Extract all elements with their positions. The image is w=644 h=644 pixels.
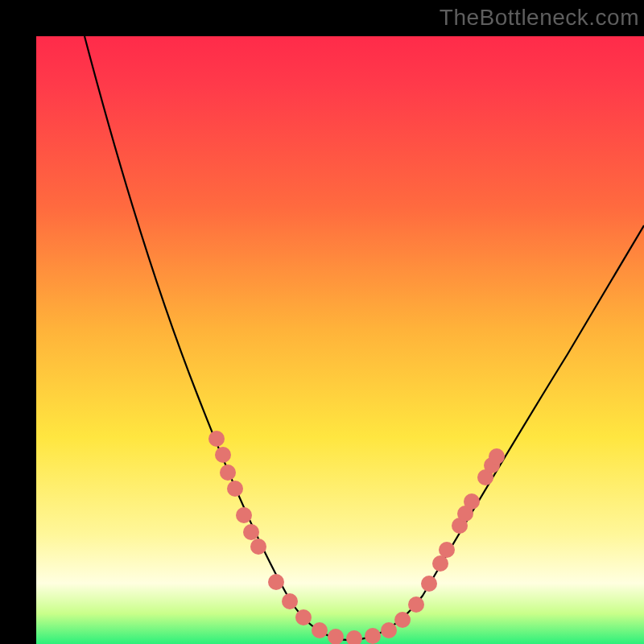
plot-area [36,36,644,644]
bottleneck-curve [36,36,644,644]
marker-dot [236,507,252,523]
marker-dot [394,612,411,628]
marker-dot [432,555,448,572]
marker-dot [250,539,266,555]
marker-dot [328,629,344,644]
marker-dot [208,431,225,447]
marker-dot [220,464,236,481]
chart-frame: TheBottleneck.com [0,0,644,644]
curve-markers [208,431,505,644]
marker-dot [295,609,312,625]
marker-dot [439,542,455,558]
marker-dot [282,593,298,609]
marker-dot [215,447,231,463]
marker-dot [365,628,381,644]
curve-path [85,36,644,640]
marker-dot [346,630,362,644]
marker-dot [408,597,424,613]
marker-dot [464,493,480,510]
marker-dot [227,481,243,497]
marker-dot [312,622,328,638]
marker-dot [268,574,284,590]
marker-dot [243,524,259,540]
marker-dot [489,448,505,464]
watermark-text: TheBottleneck.com [440,5,639,31]
marker-dot [421,576,437,592]
marker-dot [381,622,397,638]
